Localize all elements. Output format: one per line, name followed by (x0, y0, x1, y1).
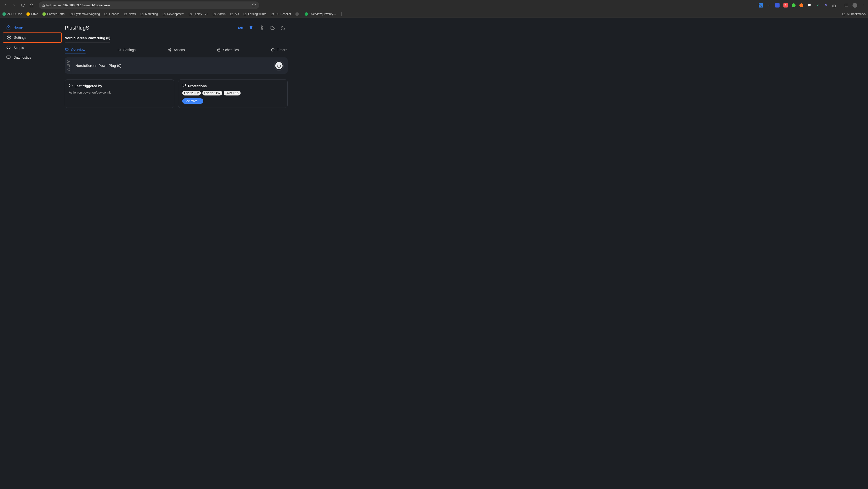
broadcast-icon[interactable] (238, 25, 243, 31)
card-last-triggered: Last triggered by Action on power on/dev… (65, 80, 174, 108)
header-bar: PlusPlugS (65, 18, 288, 36)
sliders-icon (118, 48, 121, 52)
favicon-icon (2, 12, 6, 16)
breadcrumb[interactable]: NordicScreen PowerPlug (0) (65, 36, 110, 42)
device-side-icons (65, 57, 72, 74)
folder-icon (104, 12, 107, 16)
power-wrap (270, 57, 288, 74)
sidebar-item-home[interactable]: Home (3, 23, 62, 32)
svg-point-20 (170, 49, 171, 50)
favicon-icon (42, 12, 46, 16)
tab-label: Settings (123, 48, 136, 52)
all-bookmarks-label: All Bookmarks (847, 12, 866, 16)
clock-icon[interactable] (67, 60, 70, 63)
menu-dots-icon[interactable]: ⋮ (861, 3, 866, 7)
url-bar[interactable]: Not Secure 192.168.33.1/#/switch/0/overv… (39, 1, 259, 9)
extension-icons: 📞 ∞ S 💬 ✓ ⚙ ⋮ (759, 3, 866, 8)
bookmark-label: Finance (109, 12, 120, 16)
card-body: Action on power on/device init (69, 91, 170, 94)
page-title: PlusPlugS (65, 25, 89, 31)
share-icon[interactable] (67, 68, 70, 71)
reload-button[interactable] (20, 2, 26, 8)
monitor-icon (6, 55, 11, 60)
forward-button[interactable] (11, 2, 17, 8)
back-button[interactable] (2, 2, 8, 8)
tab-overview[interactable]: Overview (65, 46, 86, 54)
sidebar-item-scripts[interactable]: Scripts (3, 43, 62, 52)
bookmark-item[interactable]: Drive (26, 12, 38, 16)
tab-label: Overview (71, 48, 85, 52)
pill-current: Over 12 A (224, 91, 240, 95)
svg-point-33 (69, 68, 69, 69)
card-title: Protections (188, 84, 207, 88)
ext-orange-icon[interactable] (799, 3, 803, 7)
ext-chat-icon[interactable]: 💬 (807, 3, 811, 7)
bookmark-item[interactable]: Marketing (140, 12, 158, 16)
svg-point-35 (69, 70, 69, 71)
folder-icon (188, 12, 192, 16)
sidebar: Home Settings Scripts Diagnostics (0, 18, 65, 489)
bookmark-item[interactable]: Partner Portal (42, 12, 65, 16)
wifi-icon[interactable] (248, 25, 254, 31)
svg-marker-2 (252, 3, 255, 6)
sidebar-label: Home (13, 25, 23, 29)
sidebar-item-diagnostics[interactable]: Diagnostics (3, 53, 62, 62)
bluetooth-icon[interactable] (259, 25, 265, 31)
all-bookmarks[interactable]: All Bookmarks (842, 12, 866, 16)
bookmark-item[interactable]: AU (230, 12, 239, 16)
card-header: Last triggered by (69, 84, 170, 88)
home-button[interactable] (29, 2, 34, 8)
see-more-button[interactable]: See more → (182, 98, 203, 104)
svg-point-5 (8, 37, 10, 38)
browser-chrome: Not Secure 192.168.33.1/#/switch/0/overv… (0, 0, 868, 18)
tab-timers[interactable]: Timers (271, 46, 288, 54)
bookmark-item[interactable]: Q-play - V2 (188, 12, 208, 16)
ext-green-icon[interactable] (792, 3, 796, 7)
bookmark-item[interactable]: Admin (213, 12, 226, 16)
bookmark-item[interactable]: Overview | Twenty… (305, 12, 336, 16)
favicon-icon (26, 12, 30, 16)
power-button[interactable] (275, 61, 283, 70)
ext-phone-icon[interactable]: 📞 (759, 3, 763, 7)
ext-link-icon[interactable]: ∞ (767, 3, 771, 7)
app-root: Home Settings Scripts Diagnostics PlusPl… (0, 18, 868, 489)
bookmark-item[interactable]: DE Reseller (271, 12, 291, 16)
bookmark-item[interactable]: Development (162, 12, 184, 16)
tab-schedules[interactable]: Schedules (217, 46, 239, 54)
sidebar-item-settings[interactable]: Settings (3, 32, 62, 43)
tab-settings[interactable]: Settings (117, 46, 136, 54)
protection-pills: Over 280 V Over 2.5 kW Over 12 A (182, 91, 283, 95)
tab-label: Schedules (223, 48, 239, 52)
ext-check-icon[interactable]: ✓ (815, 3, 820, 7)
share-icon (168, 48, 172, 52)
tab-actions[interactable]: Actions (167, 46, 185, 54)
panel-icon[interactable] (844, 3, 848, 7)
rss-icon[interactable] (280, 25, 286, 31)
address-bar-row: Not Secure 192.168.33.1/#/switch/0/overv… (0, 0, 868, 10)
bookmark-star-icon[interactable] (252, 3, 256, 7)
svg-rect-3 (845, 4, 848, 7)
profile-avatar[interactable] (852, 3, 857, 8)
bookmark-item[interactable]: Finance (104, 12, 120, 16)
bookmark-item[interactable] (296, 12, 300, 16)
bookmark-item[interactable]: ZOHO One (2, 12, 22, 16)
bookmark-item[interactable]: Forslag til køb (243, 12, 266, 16)
bookmark-item[interactable]: Systemovervågning (69, 12, 100, 16)
bookmark-label: Forslag til køb (248, 12, 266, 16)
folder-icon (162, 12, 166, 16)
cloud-icon[interactable] (270, 25, 275, 31)
bookmark-label: Drive (31, 12, 38, 16)
ext-red-icon[interactable]: S (783, 3, 788, 7)
bookmark-label: Admin (217, 12, 226, 16)
bookmark-item[interactable]: News (124, 12, 136, 16)
favicon-icon (296, 12, 299, 16)
divider (341, 12, 342, 16)
folder-icon (271, 12, 274, 16)
folder-icon (230, 12, 234, 16)
ext-gear-icon[interactable]: ⚙ (824, 3, 828, 7)
svg-point-34 (67, 69, 68, 70)
extensions-puzzle-icon[interactable] (832, 3, 836, 7)
clock-icon (271, 48, 275, 52)
calendar-icon[interactable] (67, 64, 70, 67)
ext-blue-icon[interactable] (775, 3, 780, 7)
